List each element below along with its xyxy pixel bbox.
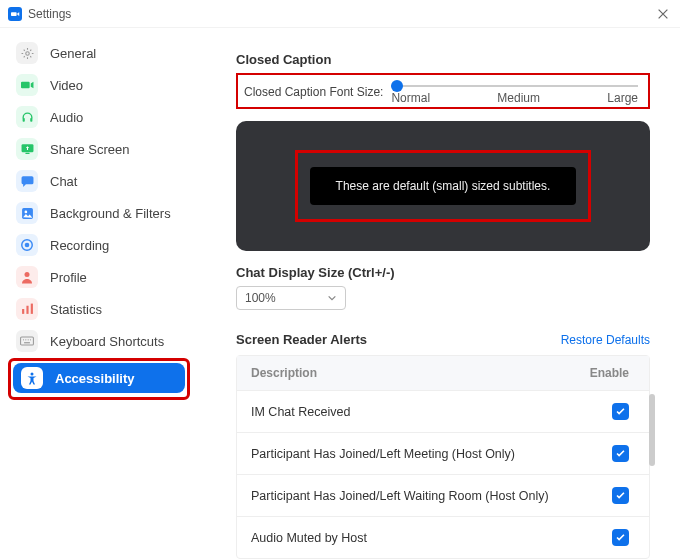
alert-description: IM Chat Received — [251, 405, 575, 419]
content-pane: Closed Caption Closed Caption Font Size:… — [198, 28, 680, 559]
caption-preview: These are default (small) sized subtitle… — [236, 121, 650, 251]
svg-point-0 — [25, 51, 28, 54]
profile-icon — [16, 266, 38, 288]
sidebar-item-label: Background & Filters — [50, 206, 171, 221]
svg-point-17 — [30, 339, 31, 340]
share-screen-icon — [16, 138, 38, 160]
svg-point-14 — [23, 339, 24, 340]
svg-rect-2 — [30, 118, 32, 122]
table-row: Audio Muted by Host — [237, 516, 649, 558]
svg-point-9 — [25, 272, 30, 277]
sidebar-item-audio[interactable]: Audio — [8, 102, 190, 132]
chevron-down-icon — [327, 293, 337, 303]
slider-tick-large: Large — [607, 91, 638, 105]
svg-point-15 — [25, 339, 26, 340]
window-title: Settings — [28, 7, 71, 21]
svg-point-6 — [24, 210, 27, 213]
slider-tick-medium: Medium — [497, 91, 540, 105]
background-icon — [16, 202, 38, 224]
svg-rect-18 — [24, 342, 30, 343]
svg-point-19 — [31, 372, 34, 375]
scrollbar-thumb[interactable] — [649, 394, 655, 466]
recording-icon — [16, 234, 38, 256]
svg-point-8 — [25, 243, 30, 248]
svg-rect-10 — [22, 309, 24, 314]
slider-tick-normal: Normal — [391, 91, 430, 105]
enable-checkbox[interactable] — [612, 487, 629, 504]
statistics-icon — [16, 298, 38, 320]
keyboard-icon — [16, 330, 38, 352]
chat-size-heading: Chat Display Size (Ctrl+/-) — [236, 265, 650, 280]
enable-checkbox[interactable] — [612, 529, 629, 546]
closed-caption-heading: Closed Caption — [236, 52, 650, 67]
sidebar-item-label: Audio — [50, 110, 83, 125]
sidebar-item-label: Recording — [50, 238, 109, 253]
annotation-highlight: Closed Caption Font Size: Normal Medium … — [236, 73, 650, 109]
subtitle-sample: These are default (small) sized subtitle… — [310, 167, 577, 205]
alert-description: Participant Has Joined/Left Meeting (Hos… — [251, 447, 575, 461]
svg-rect-11 — [26, 306, 28, 314]
annotation-highlight: These are default (small) sized subtitle… — [295, 150, 592, 222]
sidebar-item-statistics[interactable]: Statistics — [8, 294, 190, 324]
sidebar-item-general[interactable]: General — [8, 38, 190, 68]
sidebar-item-label: Video — [50, 78, 83, 93]
font-size-slider[interactable]: Normal Medium Large — [391, 79, 638, 105]
col-description: Description — [251, 366, 575, 380]
svg-rect-1 — [22, 118, 24, 122]
zoom-logo-icon — [8, 7, 22, 21]
font-size-label: Closed Caption Font Size: — [244, 85, 383, 99]
svg-point-16 — [28, 339, 29, 340]
alerts-table: Description Enable IM Chat Received Part… — [236, 355, 650, 559]
chat-size-value: 100% — [245, 291, 276, 305]
sidebar-item-recording[interactable]: Recording — [8, 230, 190, 260]
chat-icon — [16, 170, 38, 192]
headphones-icon — [16, 106, 38, 128]
table-row: Participant Has Joined/Left Waiting Room… — [237, 474, 649, 516]
annotation-highlight: Accessibility — [8, 358, 190, 400]
sidebar-item-background[interactable]: Background & Filters — [8, 198, 190, 228]
enable-checkbox[interactable] — [612, 445, 629, 462]
svg-rect-12 — [30, 304, 32, 314]
sidebar-item-label: Accessibility — [55, 371, 135, 386]
svg-rect-4 — [25, 153, 29, 154]
sidebar-item-label: Chat — [50, 174, 77, 189]
svg-rect-13 — [21, 337, 34, 345]
table-row: Participant Has Joined/Left Meeting (Hos… — [237, 432, 649, 474]
video-icon — [16, 74, 38, 96]
gear-icon — [16, 42, 38, 64]
sidebar-item-chat[interactable]: Chat — [8, 166, 190, 196]
sidebar-item-label: Keyboard Shortcuts — [50, 334, 164, 349]
accessibility-icon — [21, 367, 43, 389]
chat-size-select[interactable]: 100% — [236, 286, 346, 310]
alert-description: Audio Muted by Host — [251, 531, 575, 545]
sidebar-item-label: Statistics — [50, 302, 102, 317]
enable-checkbox[interactable] — [612, 403, 629, 420]
col-enable: Enable — [575, 366, 635, 380]
titlebar: Settings — [0, 0, 680, 28]
sidebar-item-keyboard[interactable]: Keyboard Shortcuts — [8, 326, 190, 356]
sidebar-item-share-screen[interactable]: Share Screen — [8, 134, 190, 164]
sidebar-item-accessibility[interactable]: Accessibility — [13, 363, 185, 393]
sidebar-item-profile[interactable]: Profile — [8, 262, 190, 292]
sidebar-item-label: General — [50, 46, 96, 61]
alert-description: Participant Has Joined/Left Waiting Room… — [251, 489, 575, 503]
sidebar-item-label: Profile — [50, 270, 87, 285]
sidebar: General Video Audio Share Screen Chat Ba… — [0, 28, 198, 559]
screen-reader-alerts-heading: Screen Reader Alerts — [236, 332, 367, 347]
restore-defaults-link[interactable]: Restore Defaults — [561, 333, 650, 347]
table-row: IM Chat Received — [237, 390, 649, 432]
sidebar-item-video[interactable]: Video — [8, 70, 190, 100]
close-button[interactable] — [656, 7, 670, 21]
sidebar-item-label: Share Screen — [50, 142, 130, 157]
